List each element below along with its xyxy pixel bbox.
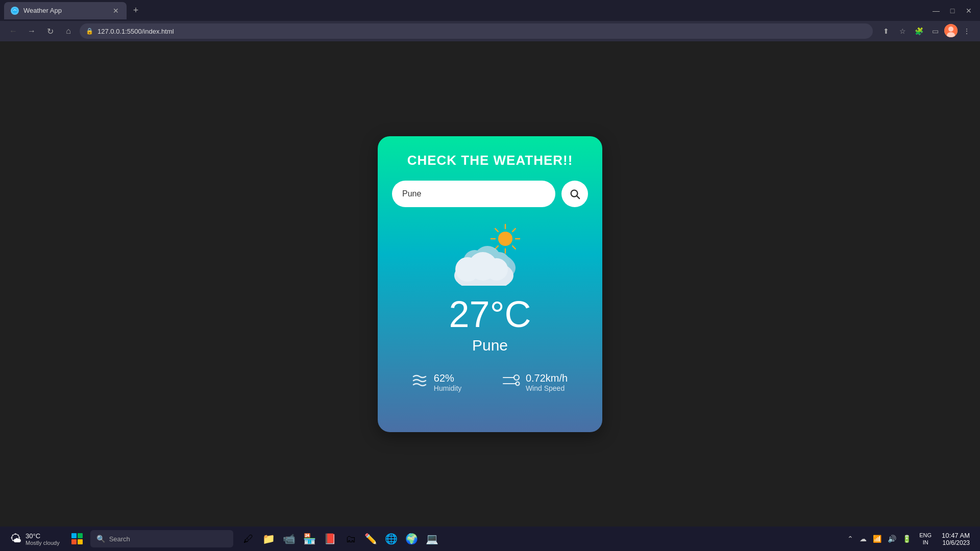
home-button[interactable]: ⌂ — [61, 24, 76, 38]
tray-volume-icon[interactable]: 🔊 — [886, 533, 898, 545]
taskbar-weather-info: 30°C Mostly cloudy — [26, 532, 60, 546]
start-button[interactable] — [68, 530, 86, 548]
svg-line-11 — [512, 246, 516, 249]
weather-card: CHECK THE WEATHER!! — [378, 136, 602, 432]
browser-frame: Weather App ✕ + — □ ✕ ← → ↻ ⌂ 🔒 127.0.0.… — [0, 0, 980, 41]
city-search-input[interactable] — [392, 181, 555, 207]
taskbar-app-chrome2[interactable]: 🌍 — [403, 530, 421, 548]
taskbar-search-label: Search — [109, 535, 130, 543]
system-tray: ⌃ ☁ 📶 🔊 🔋 — [845, 533, 913, 545]
wind-speed-icon — [502, 373, 521, 388]
folder-icon: 📁 — [262, 533, 275, 545]
teams-icon: 📹 — [283, 533, 296, 545]
chrome2-icon: 🌍 — [405, 533, 418, 545]
taskbar-app-teams[interactable]: 📹 — [280, 530, 299, 548]
svg-line-10 — [495, 229, 498, 232]
taskbar-app-pen[interactable]: 🖊 — [239, 530, 258, 548]
humidity-waves-icon — [412, 373, 429, 388]
taskbar-search-bar[interactable]: 🔍 Search — [90, 530, 233, 547]
search-icon — [569, 188, 580, 199]
store-icon: 🏪 — [303, 533, 316, 545]
humidity-value: 62% — [434, 372, 461, 384]
tab-favicon-circle — [11, 7, 19, 15]
pdf-icon: 📕 — [324, 533, 336, 545]
sidebar-button[interactable]: ▭ — [928, 24, 942, 38]
taskbar: 🌤 30°C Mostly cloudy 🔍 Search 🖊 📁 📹 🏪 — [0, 527, 980, 551]
taskbar-right: ⌃ ☁ 📶 🔊 🔋 ENGIN 10:47 AM 10/6/2023 — [845, 532, 974, 546]
address-lock-icon: 🔒 — [86, 28, 93, 35]
clock-time: 10:47 AM — [942, 532, 970, 539]
language-indicator[interactable]: ENGIN — [917, 532, 934, 546]
wind-value: 0.72km/h — [526, 372, 568, 384]
tray-battery-icon[interactable]: 🔋 — [900, 533, 913, 545]
avatar-image — [944, 24, 958, 37]
wind-stat: 0.72km/h Wind Speed — [502, 372, 568, 392]
user-avatar[interactable] — [944, 24, 958, 37]
wind-label: Wind Speed — [526, 384, 568, 392]
tab-close-button[interactable]: ✕ — [111, 6, 120, 15]
bookmark-button[interactable]: ☆ — [895, 24, 910, 38]
weather-icon — [449, 219, 531, 286]
address-text: 127.0.0.1:5500/index.html — [97, 28, 867, 35]
city-display: Pune — [472, 337, 508, 354]
wind-info: 0.72km/h Wind Speed — [526, 372, 568, 392]
address-bar[interactable]: 🔒 127.0.0.1:5500/index.html — [80, 23, 873, 39]
nav-actions: ⬆ ☆ 🧩 ▭ ⋮ — [879, 24, 974, 38]
menu-button[interactable]: ⋮ — [960, 24, 974, 38]
svg-line-13 — [495, 246, 498, 249]
taskbar-app-store[interactable]: 🏪 — [301, 530, 319, 548]
tray-wifi-icon[interactable]: 📶 — [871, 533, 884, 545]
taskbar-app-editor[interactable]: ✏️ — [362, 530, 380, 548]
tray-chevron-up[interactable]: ⌃ — [845, 533, 855, 545]
tab-favicon — [10, 6, 19, 15]
active-tab[interactable]: Weather App ✕ — [4, 2, 127, 19]
search-row — [392, 181, 588, 207]
search-button[interactable] — [561, 181, 588, 207]
svg-point-23 — [514, 375, 519, 380]
close-window-button[interactable]: ✕ — [962, 4, 976, 18]
refresh-button[interactable]: ↻ — [43, 24, 57, 38]
taskbar-apps: 🖊 📁 📹 🏪 📕 🗂 ✏️ 🌐 🌍 💻 — [239, 530, 442, 548]
vscode-icon: 💻 — [426, 533, 438, 545]
wind-icon — [502, 373, 521, 391]
maximize-button[interactable]: □ — [945, 4, 960, 18]
svg-line-12 — [512, 229, 516, 232]
taskbar-app-files[interactable]: 🗂 — [341, 530, 360, 548]
taskbar-weather-desc: Mostly cloudy — [26, 540, 60, 546]
windows-icon — [71, 533, 83, 544]
svg-point-2 — [948, 27, 953, 32]
files-icon: 🗂 — [346, 533, 356, 545]
taskbar-app-pdf[interactable]: 📕 — [321, 530, 339, 548]
weather-stats: 62% Humidity 0.72km/h Wind — [392, 372, 588, 392]
forward-button[interactable]: → — [24, 24, 39, 38]
taskbar-weather-widget[interactable]: 🌤 30°C Mostly cloudy — [6, 530, 64, 548]
content-area: CHECK THE WEATHER!! — [0, 41, 980, 527]
clock-date: 10/6/2023 — [942, 539, 970, 546]
taskbar-app-folder[interactable]: 📁 — [260, 530, 278, 548]
svg-point-14 — [498, 232, 512, 246]
svg-point-22 — [485, 258, 508, 281]
tab-title: Weather App — [23, 7, 107, 14]
taskbar-app-chrome[interactable]: 🌐 — [382, 530, 401, 548]
humidity-info: 62% Humidity — [434, 372, 461, 392]
partly-cloudy-icon — [449, 219, 531, 286]
taskbar-app-vscode[interactable]: 💻 — [423, 530, 442, 548]
taskbar-clock[interactable]: 10:47 AM 10/6/2023 — [938, 532, 974, 546]
editor-icon: ✏️ — [364, 533, 377, 545]
weather-card-title: CHECK THE WEATHER!! — [407, 153, 573, 168]
back-button[interactable]: ← — [6, 24, 20, 38]
svg-point-0 — [12, 8, 17, 13]
humidity-stat: 62% Humidity — [412, 372, 461, 392]
taskbar-weather-icon: 🌤 — [10, 532, 21, 545]
temperature-display: 27°C — [449, 296, 531, 333]
lang-text: ENGIN — [919, 532, 932, 546]
share-button[interactable]: ⬆ — [879, 24, 893, 38]
tray-cloud-icon[interactable]: ☁ — [857, 533, 869, 545]
minimize-button[interactable]: — — [929, 4, 943, 18]
extensions-button[interactable]: 🧩 — [912, 24, 926, 38]
tab-bar: Weather App ✕ + — □ ✕ — [0, 0, 980, 21]
window-controls: — □ ✕ — [929, 4, 976, 18]
new-tab-button[interactable]: + — [129, 4, 143, 18]
taskbar-temperature: 30°C — [26, 532, 60, 540]
nav-bar: ← → ↻ ⌂ 🔒 127.0.0.1:5500/index.html ⬆ ☆ … — [0, 21, 980, 41]
